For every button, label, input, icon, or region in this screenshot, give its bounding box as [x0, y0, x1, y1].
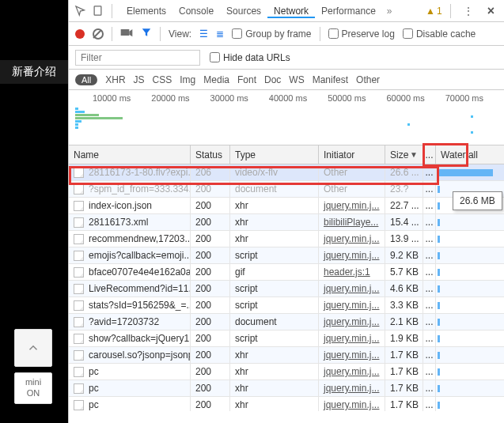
more-icon[interactable]: ⋮	[459, 6, 478, 17]
timeline-tick: 60000 ms	[386, 93, 445, 103]
table-row[interactable]: pc200xhrjquery.min.j...1.7 KB...	[69, 397, 504, 411]
warning-badge[interactable]: ▲ 1	[426, 6, 442, 17]
tab-sources[interactable]: Sources	[220, 6, 267, 17]
file-icon	[74, 400, 84, 410]
cell-waterfall	[436, 231, 504, 247]
cell-status: 200	[191, 198, 230, 213]
type-media[interactable]: Media	[203, 74, 229, 85]
cell-overflow: ...	[423, 231, 436, 247]
timeline-tick: 50000 ms	[328, 93, 386, 103]
mini-label-1: mini	[15, 376, 51, 387]
device-icon[interactable]	[91, 5, 104, 17]
tab-elements[interactable]: Elements	[120, 6, 172, 17]
cell-type: script	[230, 297, 319, 313]
cell-type: document	[230, 181, 319, 197]
cell-overflow: ...	[423, 264, 436, 280]
cell-type: xhr	[230, 380, 319, 396]
table-row[interactable]: carousel.so?jsonp=jsonp200xhrjquery.min.…	[69, 347, 504, 364]
col-overflow[interactable]: ...	[423, 145, 436, 164]
cell-name: index-icon.json	[69, 198, 191, 213]
table-row[interactable]: 28116173-1-80.flv?expi...206video/x-flvO…	[69, 164, 504, 181]
table-row[interactable]: pc200xhrjquery.min.j...1.7 KB...	[69, 380, 504, 397]
col-size[interactable]: Size▼	[385, 145, 423, 164]
cell-initiator: header.js:1	[319, 264, 385, 280]
hide-data-urls-checkbox[interactable]: Hide data URLs	[210, 52, 290, 63]
cell-overflow: ...	[423, 397, 436, 411]
type-img[interactable]: Img	[180, 74, 195, 85]
type-xhr[interactable]: XHR	[105, 74, 125, 85]
table-row[interactable]: 28116173.xml200xhrbilibiliPlaye...15.4 .…	[69, 214, 504, 231]
cell-name: 28116173.xml	[69, 214, 191, 230]
table-row[interactable]: ?avid=17203732200documentjquery.min.j...…	[69, 314, 504, 330]
record-button[interactable]	[75, 29, 85, 39]
table-row[interactable]: ?spm_id_from=333.334...200documentOther2…	[69, 181, 504, 198]
cell-size: 5.7 KB	[385, 264, 423, 280]
cell-name: 28116173-1-80.flv?expi...	[69, 164, 191, 180]
cell-status: 200	[191, 364, 230, 380]
cell-waterfall	[436, 347, 504, 363]
timeline-overview[interactable]: 10000 ms20000 ms30000 ms40000 ms50000 ms…	[69, 90, 504, 145]
type-ws[interactable]: WS	[289, 74, 304, 85]
cell-type: xhr	[230, 347, 319, 363]
cell-size: 9.2 KB	[385, 247, 423, 263]
col-waterfall[interactable]: Waterfall	[436, 145, 504, 164]
cell-initiator: jquery.min.j...	[319, 198, 385, 213]
request-table[interactable]: 28116173-1-80.flv?expi...206video/x-flvO…	[69, 164, 504, 411]
tab-performance[interactable]: Performance	[315, 6, 382, 17]
type-manifest[interactable]: Manifest	[313, 74, 348, 85]
close-icon[interactable]: ×	[483, 4, 499, 18]
cell-initiator: jquery.min.j...	[319, 247, 385, 263]
table-row[interactable]: stats?sId=9156259&_=...200scriptjquery.m…	[69, 297, 504, 314]
cell-size: 3.3 KB	[385, 297, 423, 313]
chevron-up-icon	[26, 341, 40, 355]
table-row[interactable]: index-icon.json200xhrjquery.min.j...22.7…	[69, 198, 504, 214]
cell-type: script	[230, 330, 319, 346]
table-row[interactable]: bface0707e4e4e162a0a...200gifheader.js:1…	[69, 264, 504, 281]
list-view-icon[interactable]: ☰	[199, 28, 208, 40]
disable-cache-checkbox[interactable]: Disable cache	[403, 28, 476, 40]
table-row[interactable]: recommendnew,17203...200xhrjquery.min.j.…	[69, 231, 504, 247]
type-all[interactable]: All	[75, 74, 97, 85]
mini-toggle[interactable]: mini ON	[14, 372, 52, 404]
group-by-frame-checkbox[interactable]: Group by frame	[232, 28, 311, 40]
type-js[interactable]: JS	[134, 74, 145, 85]
scroll-top-button[interactable]	[14, 329, 52, 367]
type-css[interactable]: CSS	[153, 74, 172, 85]
cell-overflow: ...	[423, 314, 436, 330]
cell-overflow: ...	[423, 281, 436, 296]
tabs-overflow[interactable]: »	[387, 6, 392, 17]
type-font[interactable]: Font	[237, 74, 256, 85]
cell-overflow: ...	[423, 198, 436, 213]
file-icon	[74, 267, 84, 278]
tab-network[interactable]: Network	[267, 6, 315, 18]
file-icon	[74, 234, 84, 244]
col-type[interactable]: Type	[230, 145, 319, 164]
timeline-bars	[75, 108, 498, 142]
cell-status: 200	[191, 380, 230, 396]
cell-size: 23.?	[385, 181, 423, 197]
inspect-icon[interactable]	[74, 5, 86, 17]
col-initiator[interactable]: Initiator	[319, 145, 385, 164]
overview-icon[interactable]: ≣	[216, 28, 224, 40]
col-status[interactable]: Status	[191, 145, 230, 164]
preserve-log-checkbox[interactable]: Preserve log	[328, 28, 395, 40]
tab-console[interactable]: Console	[172, 6, 220, 17]
cell-type: gif	[230, 264, 319, 280]
network-toolbar: View: ☰ ≣ Group by frame Preserve log Di…	[69, 22, 504, 46]
cell-name: pc	[69, 397, 191, 411]
table-row[interactable]: pc200xhrjquery.min.j...1.7 KB...	[69, 364, 504, 380]
type-doc[interactable]: Doc	[264, 74, 281, 85]
col-name[interactable]: Name	[69, 145, 191, 164]
table-row[interactable]: show?callback=jQuery1...200scriptjquery.…	[69, 330, 504, 347]
left-tab[interactable]: 新番介绍	[0, 60, 68, 84]
cell-type: script	[230, 281, 319, 296]
type-other[interactable]: Other	[356, 74, 380, 85]
table-row[interactable]: LiveRecommend?id=11...200scriptjquery.mi…	[69, 281, 504, 297]
filter-icon[interactable]	[141, 27, 152, 40]
table-row[interactable]: emojis?callback=emoji...200scriptjquery.…	[69, 247, 504, 264]
cell-initiator: jquery.min.j...	[319, 380, 385, 396]
clear-button[interactable]	[93, 28, 104, 40]
camera-icon[interactable]	[120, 28, 133, 40]
filter-input[interactable]	[75, 50, 200, 66]
cell-status: 200	[191, 181, 230, 197]
